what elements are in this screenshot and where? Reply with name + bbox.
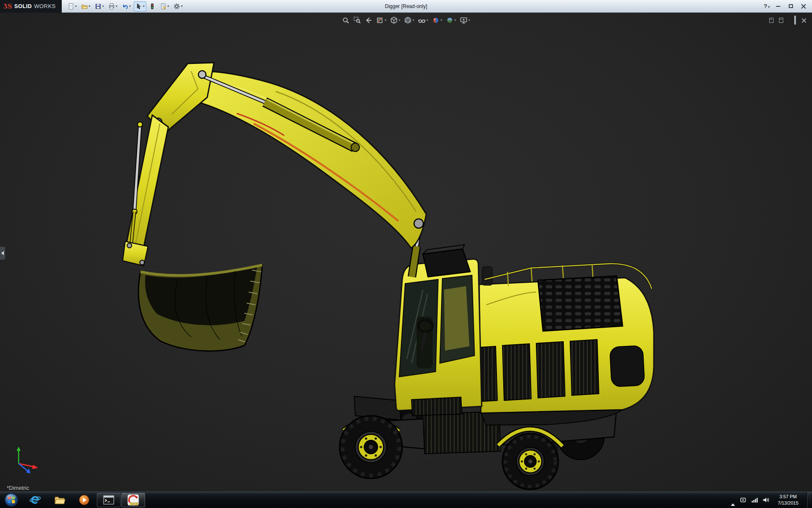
taskbar-media-player[interactable] bbox=[72, 493, 96, 507]
taskbar-solidworks-2015[interactable]: 2015 bbox=[121, 493, 145, 507]
clock-date: 7/13/2015 bbox=[778, 500, 798, 506]
system-tray: 3:57 PM 7/13/2015 bbox=[731, 492, 812, 508]
rear-panel bbox=[610, 345, 645, 387]
start-button[interactable] bbox=[0, 492, 23, 508]
eyeglasses-icon bbox=[418, 17, 425, 24]
boom-base-pin bbox=[414, 219, 423, 228]
view-settings-icon bbox=[460, 17, 468, 24]
print-button[interactable] bbox=[107, 1, 119, 11]
heads-up-toolbar bbox=[341, 16, 470, 25]
excavator-model[interactable] bbox=[0, 13, 812, 491]
taskbar-clock[interactable]: 3:57 PM 7/13/2015 bbox=[774, 494, 802, 507]
volume-icon[interactable] bbox=[763, 497, 770, 503]
orientation-triad[interactable] bbox=[11, 445, 44, 477]
solidworks-logo: ƷSSOLIDWORKS bbox=[0, 0, 62, 13]
file-properties-button[interactable] bbox=[158, 1, 171, 11]
doc-restore-icon bbox=[794, 16, 796, 25]
rebuild-button[interactable] bbox=[147, 1, 157, 11]
stick-arm[interactable] bbox=[123, 115, 168, 266]
network-icon[interactable] bbox=[751, 497, 758, 503]
undo-icon bbox=[122, 3, 129, 10]
taskbar: 2015 3:57 PM 7/13/2015 bbox=[0, 491, 812, 508]
restore-icon bbox=[789, 4, 793, 8]
view-settings-button[interactable] bbox=[460, 16, 471, 25]
restore-button[interactable] bbox=[786, 2, 796, 11]
top-grille bbox=[538, 276, 623, 331]
section-view-icon bbox=[376, 17, 384, 24]
windows-start-orb-icon bbox=[4, 493, 19, 507]
apply-scene-button[interactable] bbox=[446, 16, 457, 25]
media-player-icon bbox=[78, 494, 90, 506]
front-wheel[interactable] bbox=[340, 416, 402, 478]
solidworks-version-badge: 2015 bbox=[130, 502, 138, 506]
folder-icon bbox=[54, 494, 66, 506]
title-bar: ƷSSOLIDWORKS bbox=[0, 0, 812, 13]
view-orientation-label: *Dimetric bbox=[7, 485, 29, 491]
main-toolbar bbox=[66, 1, 184, 11]
hide-show-items-button[interactable] bbox=[417, 16, 428, 25]
scene-ball-icon bbox=[446, 17, 454, 24]
rear-wheel[interactable] bbox=[498, 429, 562, 489]
document-window-controls bbox=[769, 17, 806, 24]
boom[interactable] bbox=[189, 72, 426, 248]
doc-restore-button[interactable] bbox=[794, 17, 796, 24]
taskbar-internet-explorer[interactable] bbox=[23, 493, 47, 507]
restore-group-button[interactable] bbox=[769, 18, 774, 23]
save-icon bbox=[95, 3, 102, 10]
close-button[interactable] bbox=[798, 2, 809, 11]
previous-view-button[interactable] bbox=[364, 16, 373, 25]
minimize-button[interactable] bbox=[773, 2, 783, 11]
view-orientation-button[interactable] bbox=[390, 16, 401, 25]
show-hidden-icons-button[interactable] bbox=[731, 496, 735, 504]
display-style-button[interactable] bbox=[403, 16, 414, 25]
cab[interactable] bbox=[395, 259, 482, 416]
options-icon bbox=[173, 3, 180, 10]
options-button[interactable] bbox=[172, 1, 184, 11]
bucket[interactable] bbox=[138, 265, 262, 351]
show-desktop-button[interactable] bbox=[807, 492, 811, 508]
display-style-icon bbox=[404, 17, 411, 24]
save-button[interactable] bbox=[93, 1, 106, 11]
zoom-to-area-icon bbox=[353, 17, 361, 24]
previous-view-icon bbox=[365, 17, 372, 24]
logo-text-works: WORKS bbox=[34, 3, 55, 9]
zoom-to-fit-button[interactable] bbox=[341, 16, 350, 25]
solidworks-window: ƷSSOLIDWORKS bbox=[0, 0, 812, 508]
view-orientation-icon bbox=[390, 17, 398, 24]
help-button[interactable]: ? bbox=[763, 3, 771, 9]
undo-button[interactable] bbox=[120, 1, 133, 11]
logo-text-solid: SOLID bbox=[14, 3, 32, 9]
chevron-left-icon bbox=[1, 251, 4, 255]
taskbar-windows-explorer[interactable] bbox=[48, 493, 71, 507]
new-document-icon bbox=[68, 3, 74, 10]
chevron-up-icon bbox=[731, 496, 735, 506]
tray-generic-icon[interactable] bbox=[740, 497, 746, 503]
rebuild-icon bbox=[149, 3, 156, 10]
feature-tree-expander[interactable] bbox=[0, 246, 5, 260]
exhaust bbox=[482, 267, 492, 285]
doc-close-button[interactable] bbox=[801, 18, 806, 23]
solidworks-app-icon: 2015 bbox=[127, 494, 140, 506]
clock-time: 3:57 PM bbox=[778, 494, 798, 500]
internet-explorer-icon bbox=[29, 494, 41, 506]
command-prompt-icon bbox=[103, 495, 115, 505]
taskbar-command-prompt[interactable] bbox=[97, 493, 121, 507]
graphics-viewport[interactable]: *Dimetric bbox=[0, 13, 812, 491]
dassault-3ds-mark: ƷS bbox=[3, 3, 12, 10]
new-document-button[interactable] bbox=[66, 1, 79, 11]
engine-housing[interactable] bbox=[469, 264, 654, 425]
close-icon bbox=[801, 4, 806, 9]
section-view-button[interactable] bbox=[376, 16, 387, 25]
triad-axes-icon bbox=[11, 445, 44, 475]
file-properties-icon bbox=[160, 3, 167, 10]
print-icon bbox=[108, 3, 115, 10]
open-folder-icon bbox=[81, 3, 88, 10]
boom-head-pin bbox=[198, 71, 206, 78]
window-controls: ? bbox=[763, 2, 812, 11]
select-tool-button[interactable] bbox=[134, 1, 146, 11]
edit-appearance-button[interactable] bbox=[432, 16, 443, 25]
zoom-to-area-button[interactable] bbox=[353, 16, 361, 25]
new-window-button[interactable] bbox=[779, 18, 783, 23]
minimize-icon bbox=[776, 6, 780, 7]
open-button[interactable] bbox=[80, 1, 92, 11]
